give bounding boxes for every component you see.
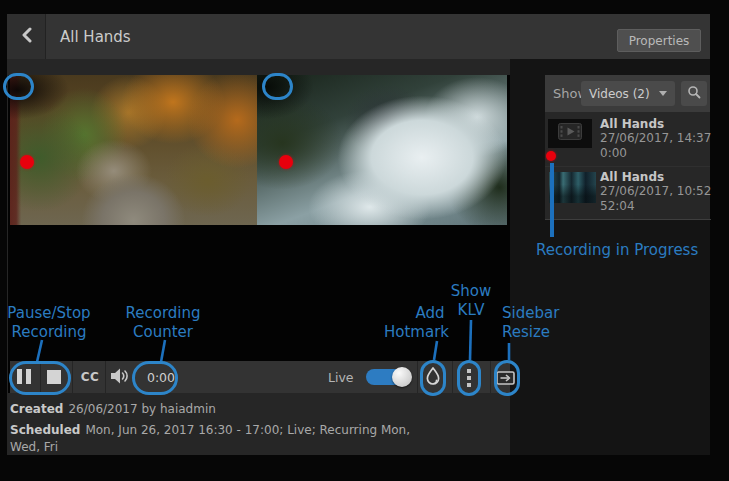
- chevron-left-icon: [21, 27, 32, 47]
- video-feed-autumn-road[interactable]: [10, 75, 257, 225]
- divider: [417, 361, 418, 393]
- video-feed-waterfall[interactable]: [257, 75, 507, 225]
- item-title: All Hands: [600, 117, 664, 131]
- toggle-knob[interactable]: [392, 367, 412, 387]
- live-toggle[interactable]: [366, 369, 410, 385]
- sidebar-header: Show Videos (2): [545, 75, 710, 112]
- recording-indicator-icon: [546, 151, 556, 161]
- item-title: All Hands: [600, 170, 664, 184]
- page-title: All Hands: [60, 14, 131, 59]
- search-button[interactable]: [681, 81, 707, 106]
- divider: [545, 219, 711, 220]
- kebab-menu-icon: [460, 369, 478, 387]
- app-window: All Hands Properties CC: [0, 0, 729, 481]
- live-label: Live: [328, 361, 362, 393]
- show-klv-button[interactable]: [460, 366, 478, 388]
- pause-icon: [26, 369, 31, 384]
- divider: [490, 361, 491, 393]
- volume-button[interactable]: [109, 367, 131, 389]
- video-list-item[interactable]: All Hands 27/06/2017, 14:37 0:00: [545, 112, 710, 166]
- stop-recording-button[interactable]: [47, 370, 61, 384]
- video-thumbnail: [548, 119, 592, 148]
- divider: [40, 361, 41, 393]
- created-value: 26/06/2017 by haiadmin: [68, 402, 215, 416]
- sidebar-resize-button[interactable]: [496, 370, 515, 389]
- title-bar: All Hands Properties: [7, 14, 710, 59]
- pause-button[interactable]: [17, 361, 40, 393]
- recording-counter: 0:00: [138, 361, 184, 393]
- chevron-down-icon: [659, 91, 667, 96]
- item-duration: 52:04: [600, 199, 635, 213]
- item-duration: 0:00: [600, 146, 627, 160]
- pause-icon: [17, 369, 22, 384]
- film-play-icon: [558, 123, 582, 144]
- magnifier-icon: [687, 84, 701, 103]
- divider: [452, 361, 453, 393]
- video-list-item[interactable]: All Hands 27/06/2017, 10:52 52:04: [545, 166, 710, 220]
- item-datetime: 27/06/2017, 14:37: [600, 131, 711, 145]
- divider: [105, 361, 106, 393]
- back-button[interactable]: [7, 14, 46, 59]
- video-thumbnail: [549, 172, 596, 203]
- videos-filter-dropdown[interactable]: Videos (2): [581, 81, 675, 106]
- sidebar-expand-icon: [496, 370, 515, 389]
- dropdown-value: Videos (2): [589, 87, 650, 101]
- player-control-bar: CC 0:00 Live: [10, 361, 510, 393]
- recording-indicator-icon: [279, 155, 293, 169]
- item-datetime: 27/06/2017, 10:52: [600, 184, 711, 198]
- add-hotmark-button[interactable]: [424, 366, 442, 392]
- speaker-icon: [109, 370, 131, 389]
- properties-button[interactable]: Properties: [617, 29, 701, 52]
- flame-icon: [424, 373, 442, 392]
- scheduled-row: ScheduledMon, Jun 26, 2017 16:30 - 17:00…: [10, 422, 414, 456]
- video-player: CC 0:00 Live: [8, 75, 510, 393]
- scheduled-label: Scheduled: [10, 423, 80, 437]
- metadata-panel: Created26/06/2017 by haiadmin ScheduledM…: [10, 401, 414, 456]
- created-label: Created: [10, 402, 63, 416]
- recording-indicator-icon: [20, 155, 34, 169]
- divider: [72, 361, 73, 393]
- closed-captions-button[interactable]: CC: [74, 361, 106, 393]
- created-row: Created26/06/2017 by haiadmin: [10, 401, 414, 418]
